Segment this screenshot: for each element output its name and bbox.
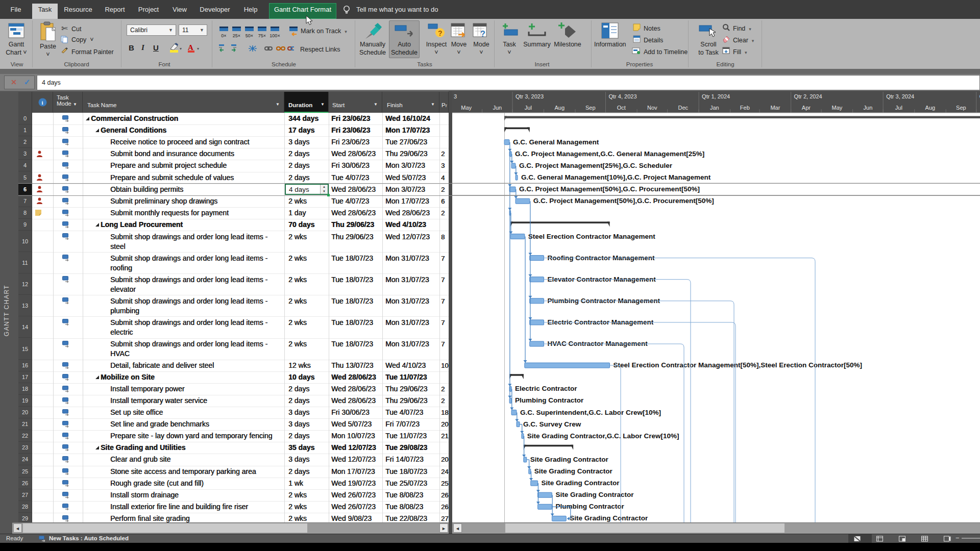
svg-text:3: 3 (454, 93, 457, 99)
svg-text:Jan: Jan (710, 105, 719, 111)
svg-text:Apr: Apr (802, 105, 811, 111)
svg-text:Oct: Oct (617, 105, 626, 111)
svg-text:Qtr 1, 2024: Qtr 1, 2024 (702, 93, 730, 99)
svg-text:Jul: Jul (895, 105, 902, 111)
svg-text:Site Grading Contractor,G.C. L: Site Grading Contractor,G.C. Labor Crew[… (527, 432, 679, 440)
svg-text:Site Grading Contractor: Site Grading Contractor (534, 467, 613, 475)
svg-text:A: A (188, 43, 193, 52)
svg-text:Dec: Dec (678, 105, 689, 111)
svg-text:Mar: Mar (770, 105, 780, 111)
svg-text:i: i (42, 99, 43, 106)
svg-text:Aug: Aug (555, 105, 565, 111)
svg-text:Steel Erection Contractor Mana: Steel Erection Contractor Management[50%… (614, 361, 863, 369)
svg-text:Jun: Jun (864, 105, 873, 111)
svg-text:Sep: Sep (956, 105, 966, 111)
svg-text:G.C. Project Management[50%],G: G.C. Project Management[50%],G.C. Procur… (519, 185, 700, 193)
svg-text:Nov: Nov (647, 105, 657, 111)
svg-text:Roofing Contractor Management: Roofing Contractor Management (548, 254, 655, 262)
svg-text:Jun: Jun (493, 105, 502, 111)
svg-text:Steel Erection Contractor Mana: Steel Erection Contractor Management (528, 233, 656, 240)
svg-text:May: May (461, 105, 472, 111)
svg-text:▾: ▾ (197, 46, 199, 51)
svg-text:?: ? (480, 30, 485, 38)
svg-text:Qtr 2, 2024: Qtr 2, 2024 (794, 93, 822, 99)
svg-text:Site Grading Contractor: Site Grading Contractor (542, 479, 620, 487)
svg-text:Site Grading Contractor: Site Grading Contractor (530, 456, 609, 463)
svg-text:G.C. Project Management[50%],G: G.C. Project Management[50%],G.C. Procur… (533, 197, 714, 205)
svg-text:G.C. General Management: G.C. General Management (513, 138, 599, 146)
svg-text:Aug: Aug (925, 105, 936, 111)
svg-text:G.C. General Management[10%],G: G.C. General Management[10%],G.C. Projec… (521, 173, 711, 181)
svg-text:Qtr 3, 2023: Qtr 3, 2023 (516, 93, 544, 99)
svg-text:G.C. Survey Crew: G.C. Survey Crew (523, 420, 581, 428)
svg-text:Qtr 3, 2024: Qtr 3, 2024 (886, 93, 914, 99)
svg-text:▾: ▾ (180, 46, 182, 51)
svg-text:G.C. Project Management[25%],G: G.C. Project Management[25%],G.C. Schedu… (519, 162, 673, 169)
svg-text:Sep: Sep (585, 105, 596, 111)
svg-text:?: ? (438, 29, 443, 37)
svg-text:Feb: Feb (740, 105, 750, 111)
svg-text:Electric Contractor: Electric Contractor (515, 385, 577, 392)
svg-text:May: May (832, 105, 843, 111)
svg-text:Qtr 4, 2023: Qtr 4, 2023 (609, 93, 637, 99)
svg-text:Jul: Jul (525, 105, 532, 111)
svg-text:Site Grading Contractor: Site Grading Contractor (555, 491, 634, 498)
svg-text:G.C. Project Management,G.C. G: G.C. Project Management,G.C. General Man… (515, 150, 704, 158)
svg-text:G.C. Superintendent,G.C. Labor: G.C. Superintendent,G.C. Labor Crew[10%] (520, 409, 661, 416)
svg-text:Site Grading Contractor: Site Grading Contractor (570, 514, 648, 522)
svg-text:Plumbing Contractor: Plumbing Contractor (515, 396, 584, 404)
